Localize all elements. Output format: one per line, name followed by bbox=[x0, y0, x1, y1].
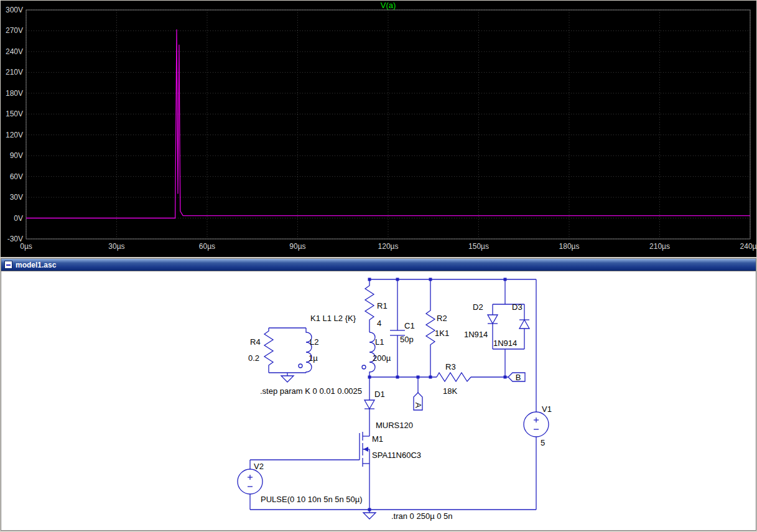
net-flag-a[interactable]: A bbox=[414, 393, 423, 410]
waveform-plot[interactable]: 300V270V240V210V180V150V120V90V60V30V0V-… bbox=[1, 1, 756, 257]
ground-symbol-main[interactable] bbox=[363, 513, 376, 519]
schematic-window: model1.asc bbox=[1, 258, 756, 531]
value-V2[interactable]: PULSE(0 10 10n 5n 5n 50µ) bbox=[261, 495, 363, 504]
ground-symbol-left[interactable] bbox=[281, 376, 294, 382]
y-tick-label: 120V bbox=[6, 131, 23, 139]
label-R2[interactable]: R2 bbox=[437, 314, 447, 323]
label-V2[interactable]: V2 bbox=[254, 462, 264, 471]
value-L1[interactable]: 200µ bbox=[373, 353, 391, 363]
label-D3[interactable]: D3 bbox=[512, 302, 522, 312]
y-tick-label: 210V bbox=[6, 68, 23, 77]
y-tick-label: 300V bbox=[6, 6, 23, 14]
label-D1[interactable]: D1 bbox=[374, 390, 385, 399]
component-D1[interactable]: D1 MURS120 bbox=[365, 377, 413, 436]
value-V1[interactable]: 5 bbox=[541, 438, 545, 447]
wires[interactable] bbox=[250, 279, 536, 513]
step-directive[interactable]: .step param K 0 0.01 0.0025 bbox=[260, 386, 362, 396]
coupling-directive[interactable]: K1 L1 L2 {K} bbox=[310, 314, 356, 323]
component-L2[interactable]: L2 1µ bbox=[299, 328, 318, 373]
phase-dot-L2 bbox=[299, 364, 302, 368]
value-D2[interactable]: 1N914 bbox=[464, 330, 488, 339]
component-M1[interactable]: M1 SPA11N60C3 bbox=[360, 432, 421, 510]
label-M1[interactable]: M1 bbox=[372, 434, 383, 444]
y-tick-label: 30V bbox=[10, 193, 23, 202]
component-R4[interactable]: R4 0.2 bbox=[248, 328, 273, 373]
label-V1[interactable]: V1 bbox=[542, 404, 552, 414]
net-flag-b[interactable]: B bbox=[508, 373, 525, 382]
phase-dot-L1 bbox=[362, 365, 366, 369]
label-R3[interactable]: R3 bbox=[445, 362, 456, 371]
value-D3[interactable]: 1N914 bbox=[493, 338, 517, 348]
label-R1[interactable]: R1 bbox=[377, 301, 388, 310]
component-D2[interactable]: D2 1N914 bbox=[464, 302, 498, 349]
ltspice-app: { "waveform": { "legend_color": "#00e000… bbox=[0, 0, 757, 532]
component-L1[interactable]: L1 200µ bbox=[362, 332, 391, 377]
label-L2[interactable]: L2 bbox=[310, 337, 318, 347]
y-tick-label: 90V bbox=[10, 151, 23, 160]
y-tick-label: 240V bbox=[6, 47, 23, 56]
x-tick-label: 60µs bbox=[199, 242, 215, 251]
x-tick-label: 90µs bbox=[289, 242, 305, 251]
x-tick-label: 210µs bbox=[649, 242, 670, 251]
x-tick-label: 240µs bbox=[740, 242, 756, 251]
component-D3[interactable]: D3 1N914 bbox=[493, 302, 529, 349]
x-tick-label: 150µs bbox=[468, 242, 489, 251]
waveform-pane[interactable]: 300V270V240V210V180V150V120V90V60V30V0V-… bbox=[1, 1, 756, 257]
x-tick-label: 180µs bbox=[559, 242, 580, 251]
label-R4[interactable]: R4 bbox=[250, 337, 261, 347]
value-R1[interactable]: 4 bbox=[377, 319, 381, 328]
component-V1[interactable]: V1 5 bbox=[524, 404, 552, 447]
value-L2[interactable]: 1µ bbox=[309, 353, 318, 363]
y-tick-label: 180V bbox=[6, 89, 23, 98]
x-tick-label: 0µs bbox=[20, 242, 32, 251]
value-R2[interactable]: 1K1 bbox=[435, 329, 449, 338]
net-label-a[interactable]: A bbox=[414, 403, 423, 408]
schematic-canvas[interactable]: R1 4 L1 200µ C1 50p R2 1K1 bbox=[1, 271, 756, 530]
value-D1[interactable]: MURS120 bbox=[376, 421, 413, 430]
value-M1[interactable]: SPA11N60C3 bbox=[372, 450, 421, 460]
y-tick-label: 150V bbox=[6, 110, 23, 118]
value-C1[interactable]: 50p bbox=[400, 335, 414, 344]
schematic-area[interactable]: R1 4 L1 200µ C1 50p R2 1K1 bbox=[1, 271, 756, 530]
y-tick-label: 270V bbox=[6, 26, 23, 35]
schematic-titlebar[interactable]: model1.asc bbox=[1, 259, 756, 271]
component-R3[interactable]: R3 18K bbox=[437, 362, 471, 396]
x-tick-label: 120µs bbox=[378, 242, 399, 251]
schematic-window-icon bbox=[4, 261, 12, 269]
plot-legend[interactable]: V(a) bbox=[381, 1, 396, 10]
junction-dots bbox=[368, 278, 507, 511]
tran-directive[interactable]: .tran 0 250µ 0 5n bbox=[391, 511, 453, 521]
value-R4[interactable]: 0.2 bbox=[248, 353, 259, 363]
x-tick-label: 30µs bbox=[108, 242, 124, 251]
label-L1[interactable]: L1 bbox=[375, 337, 384, 347]
value-R3[interactable]: 18K bbox=[443, 386, 457, 396]
net-label-b[interactable]: B bbox=[516, 373, 521, 382]
y-tick-label: 0V bbox=[14, 214, 23, 223]
component-R1[interactable]: R1 4 bbox=[365, 279, 388, 332]
component-C1[interactable]: C1 50p bbox=[390, 321, 415, 344]
y-tick-label: 60V bbox=[10, 172, 23, 181]
schematic-window-title: model1.asc bbox=[16, 261, 56, 269]
label-D2[interactable]: D2 bbox=[473, 302, 483, 312]
component-V2[interactable]: V2 PULSE(0 10 10n 5n 5n 50µ) bbox=[238, 462, 363, 504]
label-C1[interactable]: C1 bbox=[404, 321, 415, 330]
